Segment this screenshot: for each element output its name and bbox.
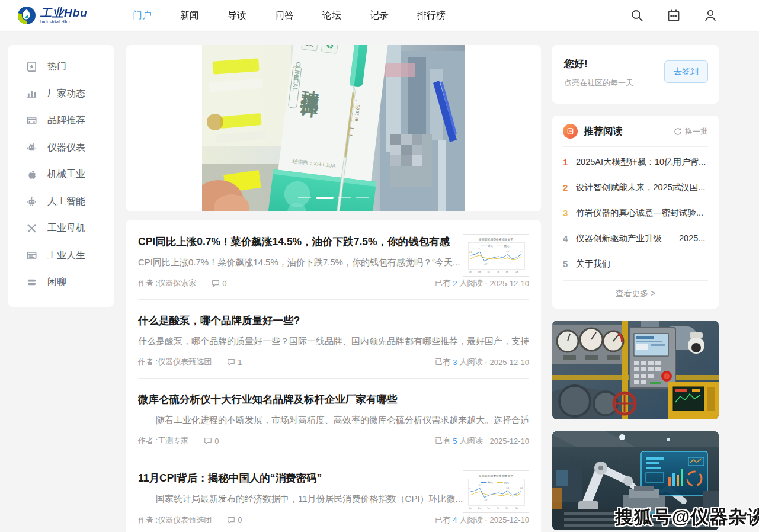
- article-author[interactable]: 仪器探索家: [158, 278, 196, 289]
- comment-count[interactable]: 0: [204, 437, 219, 446]
- svg-text:11月: 11月: [515, 271, 518, 273]
- calendar-icon[interactable]: [667, 8, 681, 23]
- nav-item-records[interactable]: 记录: [356, 0, 403, 31]
- nav-item-forum[interactable]: 论坛: [308, 0, 356, 31]
- greeting-card: 您好! 点亮在社区的每一天 去签到: [552, 45, 719, 104]
- svg-text:11月: 11月: [515, 508, 518, 510]
- author-prefix: 作者 :: [138, 357, 158, 367]
- recommend-title: 推荐阅读: [584, 125, 623, 138]
- article-author[interactable]: 仪器仪表甄选团: [158, 515, 212, 525]
- article-title[interactable]: 11月CPI背后：揭秘中国人的“消费密码”: [138, 472, 463, 486]
- svg-text:3月: 3月: [478, 271, 481, 273]
- comment-bubble-icon: [227, 358, 235, 366]
- svg-text:全国居民消费价格指数走势: 全国居民消费价格指数走势: [479, 238, 513, 242]
- nav-item-ranking[interactable]: 排行榜: [403, 0, 460, 31]
- recommend-item[interactable]: 1 2025AI大模型狂飙：10亿用户背...: [563, 149, 708, 175]
- recommend-item-title: 仪器创新驱动产业升级——2025...: [576, 233, 705, 244]
- read-prefix: 已有: [435, 435, 450, 446]
- article-title[interactable]: 微库仑硫分析仪十大行业知名品牌及标杆企业厂家有哪些: [138, 393, 529, 407]
- recommend-item[interactable]: 2 设计智创赋能未来，2025武汉国...: [563, 175, 708, 200]
- article-row: 什么是酸泵，哪个品牌质量好一些? 什么是酸泵，哪个品牌的质量好一些？国际一线品牌…: [138, 300, 529, 379]
- logo-title: 工业Hbu: [40, 7, 88, 18]
- read-prefix: 已有: [435, 357, 450, 367]
- recommend-item[interactable]: 3 竹岩仪器的真心诚意---密封试验...: [563, 200, 708, 226]
- rank-number: 5: [563, 259, 576, 269]
- svg-text:-0.7: -0.7: [484, 263, 488, 265]
- article-row: 11月CPI背后：揭秘中国人的“消费密码” 国家统计局最新发布的经济数据中，11…: [138, 457, 529, 532]
- sidebar-item-machine-tool[interactable]: 工业母机: [8, 215, 114, 242]
- sidebar-photo-industrial-gauges[interactable]: [552, 321, 719, 419]
- comment-bubble-icon: [204, 437, 212, 445]
- sign-in-button[interactable]: 去签到: [664, 60, 708, 83]
- article-summary[interactable]: CPI同比上涨0.7%！菜价飙涨14.5%，油价下跌7.5%，你的钱包有感觉吗？…: [138, 256, 463, 270]
- carousel-dot-1[interactable]: [298, 197, 311, 198]
- sidebar-item-industry-life[interactable]: 工业人生: [8, 242, 114, 270]
- sidebar-item-label: 工业人生: [47, 249, 85, 262]
- svg-text:0.2: 0.2: [469, 251, 472, 254]
- sidebar-item-ai[interactable]: 人工智能: [8, 188, 114, 216]
- article-title[interactable]: CPI同比上涨0.7%！菜价飙涨14.5%，油价下跌7.5%，你的钱包有感: [138, 235, 463, 249]
- recommend-item[interactable]: 4 仪器创新驱动产业升级——2025...: [563, 226, 708, 251]
- svg-text:9月: 9月: [506, 508, 509, 510]
- sidebar-item-factory-news[interactable]: 厂家动态: [8, 81, 114, 108]
- sidebar-item-brand[interactable]: 品牌推荐: [8, 107, 114, 134]
- refresh-batch-button[interactable]: 换一批: [674, 126, 708, 137]
- article-title[interactable]: 什么是酸泵，哪个品牌质量好一些?: [138, 314, 529, 328]
- read-prefix: 已有: [435, 278, 450, 289]
- search-icon[interactable]: [630, 8, 644, 23]
- nav-item-qa[interactable]: 问答: [261, 0, 308, 31]
- sidebar-item-hot[interactable]: 热门: [8, 53, 114, 81]
- comment-count[interactable]: 0: [212, 279, 226, 288]
- nav-item-news[interactable]: 新闻: [166, 0, 213, 31]
- carousel-dot-4[interactable]: [356, 197, 369, 198]
- instrument-icon: [26, 142, 37, 153]
- nav-item-portal[interactable]: 门户: [119, 0, 166, 31]
- ai-icon: [26, 196, 37, 207]
- article-summary[interactable]: 什么是酸泵，哪个品牌的质量好一些？国际一线品牌、国内领先品牌都有哪些推荐，最好国…: [138, 335, 529, 348]
- site-logo[interactable]: 工业Hbu Industrial Hbu: [17, 5, 88, 25]
- sidebar-item-label: 机械工业: [47, 168, 85, 181]
- sidebar-item-machinery[interactable]: 机械工业: [8, 161, 114, 188]
- svg-text:环比: 环比: [487, 482, 493, 485]
- sidebar-item-label: 热门: [47, 60, 66, 73]
- rank-number: 3: [563, 208, 576, 218]
- factory-news-icon: [26, 88, 37, 100]
- article-author[interactable]: 工测专家: [158, 435, 188, 446]
- carousel-dot-3[interactable]: [338, 197, 351, 198]
- carousel-dot-2[interactable]: [316, 197, 334, 199]
- machinery-icon: [26, 169, 37, 180]
- sidebar-item-label: 闲聊: [47, 276, 66, 289]
- read-suffix: 人阅读 ·: [460, 515, 488, 525]
- sidebar-item-instruments[interactable]: 仪器仪表: [8, 134, 114, 162]
- comment-count[interactable]: 1: [227, 358, 242, 367]
- article-list: CPI同比上涨0.7%！菜价飙涨14.5%，油价下跌7.5%，你的钱包有感 CP…: [126, 220, 541, 532]
- sidebar-item-label: 人工智能: [47, 196, 85, 208]
- read-suffix: 人阅读 ·: [460, 278, 488, 289]
- sidebar-item-label: 仪器仪表: [47, 142, 85, 154]
- brand-icon: [26, 115, 37, 126]
- carousel[interactable]: 焱 ♻ 玻璃体温计 CLINICAL 温度计 经销商：XH-LJDA: [126, 45, 541, 211]
- machine-tool-icon: [26, 223, 37, 234]
- svg-text:9月: 9月: [506, 271, 509, 273]
- view-more-link[interactable]: 查看更多 >: [563, 280, 708, 302]
- recommended-reading-card: 推荐阅读 换一批 1 2025AI大模型狂飙：10亿用户背... 2 设计智创赋…: [552, 116, 719, 309]
- sidebar-item-label: 品牌推荐: [47, 114, 85, 127]
- svg-text:0.2: 0.2: [520, 251, 523, 253]
- author-prefix: 作者 :: [138, 278, 158, 289]
- comment-bubble-icon: [212, 279, 220, 287]
- article-thumbnail-chart[interactable]: 全国居民消费价格指数走势 环比 同比 0.20.7-0.70.40.2 1月3月…: [463, 234, 529, 277]
- comment-count[interactable]: 0: [227, 515, 242, 524]
- category-sidebar: 热门 厂家动态 品牌推荐 仪器仪表 机械工业: [8, 45, 114, 307]
- article-author[interactable]: 仪器仪表甄选团: [158, 357, 212, 367]
- article-thumbnail-chart[interactable]: 全国居民消费价格指数走势 环比 同比 0.20.7-0.70.40.2 1月3月…: [463, 470, 529, 513]
- svg-text:♻: ♻: [325, 45, 334, 51]
- recommend-book-icon: [563, 124, 578, 139]
- main-column: 焱 ♻ 玻璃体温计 CLINICAL 温度计 经销商：XH-LJDA: [126, 45, 541, 532]
- article-summary[interactable]: 随着工业化进程的不断发展，市场对高精度、高效率的微库仑硫分析仪需求越来越大。选择…: [138, 414, 529, 427]
- user-icon[interactable]: [703, 8, 718, 23]
- sidebar-item-chat[interactable]: 闲聊: [8, 269, 114, 296]
- article-summary[interactable]: 国家统计局最新发布的经济数据中，11月份居民消费价格指数（CPI）环比微...: [138, 492, 463, 506]
- top-navigation-bar: 工业Hbu Industrial Hbu 门户 新闻 导读 问答 论坛 记录 排…: [0, 0, 759, 31]
- recommend-item[interactable]: 5 关于我们: [563, 251, 708, 277]
- nav-item-guide[interactable]: 导读: [213, 0, 261, 31]
